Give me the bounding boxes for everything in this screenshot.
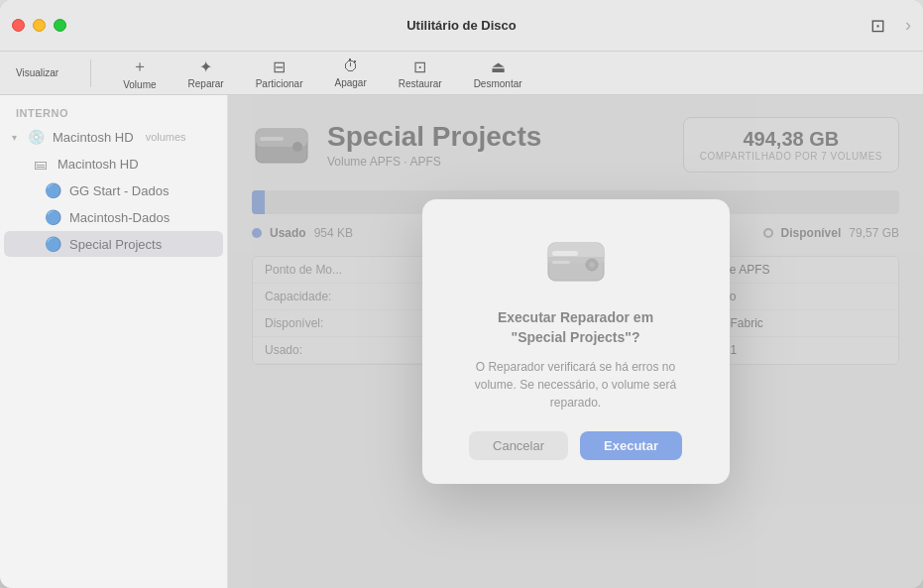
sidebar-item-label: Macintosh HD: [53, 130, 134, 145]
hd-icon: 🖴: [32, 156, 50, 172]
reparar-icon: ✦: [199, 58, 212, 76]
sidebar-item-gg-start[interactable]: 🔵 GG Start - Dados: [4, 177, 223, 203]
modal-overlay: Executar Reparador em "Special Projects"…: [228, 95, 923, 588]
restaurar-icon: ⊡: [413, 58, 426, 76]
sidebar-icon: ⊡: [870, 15, 885, 37]
apagar-icon: ⏱: [343, 58, 359, 75]
desmontar-icon: ⏏: [491, 58, 506, 76]
sidebar-item-macintosh-hd[interactable]: 🖴 Macintosh HD: [4, 151, 223, 176]
volume-icon: ＋: [132, 57, 148, 77]
minimize-button[interactable]: [33, 19, 46, 32]
sidebar: Interno ▾ 💿 Macintosh HD volumes 🖴 Macin…: [0, 95, 228, 588]
volume-icon-mc: 🔵: [44, 209, 61, 225]
cancel-button[interactable]: Cancelar: [469, 431, 568, 460]
traffic-lights: [12, 19, 66, 32]
maximize-button[interactable]: [54, 19, 66, 32]
chevron-down-icon: ▾: [12, 132, 17, 143]
volume-button[interactable]: ＋ Volume: [123, 57, 156, 90]
content-area: Special Projects Volume APFS · APFS 494,…: [228, 95, 923, 588]
restaurar-button[interactable]: ⊡ Restaurar: [399, 58, 442, 89]
disk-icon: 💿: [27, 129, 45, 145]
sidebar-item-macintosh-hd-parent[interactable]: ▾ 💿 Macintosh HD volumes: [4, 124, 223, 150]
view-icon-group: ⊡: [870, 15, 885, 37]
volumes-badge: volumes: [146, 131, 186, 143]
toolbar: Visualizar ＋ Volume ✦ Reparar ⊟ Particio…: [0, 52, 923, 95]
window-title: Utilitário de Disco: [406, 18, 517, 33]
reparar-button[interactable]: ✦ Reparar: [188, 58, 224, 89]
svg-rect-10: [552, 261, 570, 264]
toolbar-right-icons: ⊡ ›: [870, 15, 911, 37]
svg-point-8: [589, 263, 594, 268]
sidebar-item-macintosh-dados[interactable]: 🔵 Macintosh-Dados: [4, 204, 223, 230]
apagar-button[interactable]: ⏱ Apagar: [334, 58, 366, 88]
toolbar-separator-1: [90, 59, 91, 87]
sidebar-item-special-projects[interactable]: 🔵 Special Projects: [4, 231, 223, 257]
svg-rect-9: [552, 251, 578, 256]
modal-buttons: Cancelar Executar: [454, 431, 698, 460]
volume-icon-sp: 🔵: [44, 236, 61, 252]
sidebar-section-interno: Interno: [0, 103, 227, 123]
main-area: Interno ▾ 💿 Macintosh HD volumes 🖴 Macin…: [0, 95, 923, 588]
app-window: Utilitário de Disco ⊡ › Visualizar ＋ Vol…: [0, 0, 923, 588]
repair-dialog: Executar Reparador em "Special Projects"…: [422, 199, 730, 483]
titlebar: Utilitário de Disco ⊡ ›: [0, 0, 923, 52]
close-button[interactable]: [12, 19, 25, 32]
particionar-icon: ⊟: [273, 58, 286, 76]
particionar-button[interactable]: ⊟ Particionar: [256, 58, 303, 89]
visualizar-button[interactable]: Visualizar: [16, 67, 58, 78]
modal-disk-icon: [542, 227, 610, 294]
modal-title: Executar Reparador em "Special Projects"…: [498, 308, 653, 347]
modal-body: O Reparador verificará se há erros no vo…: [454, 358, 698, 412]
desmontar-button[interactable]: ⏏ Desmontar: [474, 58, 522, 89]
volume-icon-gg: 🔵: [44, 182, 61, 198]
chevron-right-icon: ›: [905, 15, 911, 36]
execute-button[interactable]: Executar: [580, 431, 682, 460]
